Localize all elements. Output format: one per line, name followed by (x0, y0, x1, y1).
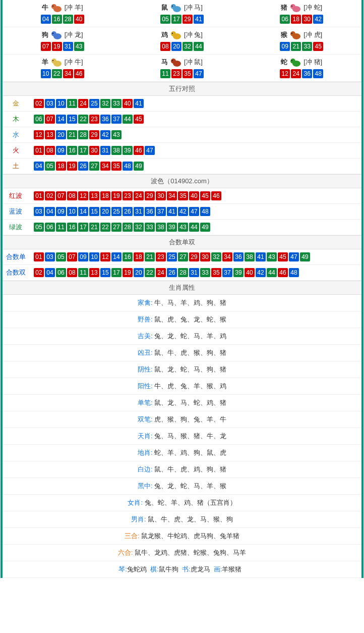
number-ball: 07 (41, 42, 51, 51)
number-ball: 26 (123, 207, 133, 216)
svg-point-22 (171, 59, 176, 64)
number-ball: 49 (300, 252, 310, 261)
number-ball: 21 (89, 223, 99, 232)
zodiac-name: 猪 (281, 3, 287, 12)
zodiac-icon (169, 57, 183, 68)
attrs-list: 家禽: 牛、马、羊、鸡、狗、猪野兽: 鼠、虎、兔、龙、蛇、猴吉美: 兔、龙、蛇、… (3, 295, 361, 578)
zodiac-icon (49, 2, 64, 13)
table-row: 绿波05061116172122272832333839434449 (3, 220, 361, 235)
number-ball: 41 (167, 207, 177, 216)
number-ball: 17 (78, 146, 88, 155)
attr-value: 鼠、牛、虎、龙、马、猴、狗 (148, 515, 233, 523)
attr-label: 女肖: (128, 499, 144, 506)
zodiac-name: 马 (161, 58, 168, 67)
row-numbers: 0108091617303138394647 (32, 146, 358, 155)
number-ball: 35 (211, 268, 221, 277)
number-ball: 02 (45, 191, 55, 200)
number-ball: 09 (56, 146, 66, 155)
number-ball: 15 (100, 268, 110, 277)
zodiac-title: 狗[冲 龙] (3, 29, 122, 40)
attr-label: 白边: (138, 465, 154, 473)
number-ball: 20 (134, 268, 144, 277)
table-row: 水1213202128294243 (3, 127, 361, 143)
zodiac-icon (169, 2, 183, 13)
number-ball: 44 (267, 268, 277, 277)
number-ball: 03 (34, 207, 44, 216)
number-ball: 09 (280, 42, 290, 51)
number-ball: 40 (245, 268, 255, 277)
number-ball: 30 (302, 15, 312, 24)
zodiac-grid: 牛[冲 羊]04162840鼠[冲 马]05172941猪[冲 蛇]061830… (3, 0, 361, 82)
attr-footer-value: 虎龙马 (191, 565, 210, 573)
number-ball: 33 (302, 42, 312, 51)
zodiac-name: 羊 (42, 58, 48, 67)
attr-footer-label: 棋: (150, 565, 159, 573)
number-ball: 42 (256, 268, 266, 277)
number-ball: 49 (200, 223, 210, 232)
zodiac-numbers: 08203244 (122, 42, 241, 51)
row-numbers: 05061116172122272832333839434449 (32, 223, 358, 232)
number-ball: 17 (111, 268, 122, 277)
number-ball: 23 (89, 115, 99, 124)
svg-point-16 (290, 31, 295, 36)
zodiac-cell: 蛇[冲 猪]12243648 (242, 55, 361, 82)
attr-row: 天肖: 兔、马、猴、猪、牛、龙 (3, 428, 361, 445)
number-ball: 39 (123, 146, 133, 155)
attr-footer-value: 兔蛇鸡 (127, 565, 147, 573)
table-row: 蓝波03040910141520252631363741424748 (3, 204, 361, 220)
number-ball: 31 (189, 268, 199, 277)
zodiac-icon (169, 29, 183, 40)
number-ball: 48 (313, 69, 323, 78)
number-ball: 44 (123, 115, 133, 124)
number-ball: 03 (45, 99, 55, 108)
row-label: 红波 (3, 188, 29, 204)
number-ball: 45 (200, 191, 210, 200)
svg-point-20 (52, 60, 53, 61)
number-ball: 41 (256, 252, 266, 261)
number-ball: 08 (67, 191, 77, 200)
number-ball: 45 (278, 252, 288, 261)
number-ball: 21 (291, 42, 301, 51)
attr-value: 牛、马、羊、鸡、狗、猪 (154, 299, 226, 306)
number-ball: 14 (111, 252, 122, 261)
number-ball: 11 (67, 99, 77, 108)
attr-label: 三合: (125, 532, 141, 540)
number-ball: 49 (134, 162, 144, 171)
row-numbers: 06071415222336374445 (32, 115, 358, 124)
zodiac-numbers: 10223446 (3, 69, 122, 78)
attr-value: 鼠、龙、蛇、马、狗、猪 (154, 365, 226, 373)
number-ball: 39 (167, 223, 177, 232)
number-ball: 07 (56, 191, 66, 200)
zodiac-cell: 狗[冲 龙]07193143 (3, 27, 122, 55)
number-ball: 16 (67, 146, 77, 155)
row-label: 蓝波 (3, 204, 29, 220)
number-ball: 29 (145, 191, 155, 200)
number-ball: 44 (189, 223, 199, 232)
number-ball: 10 (67, 207, 77, 216)
number-ball: 02 (34, 99, 44, 108)
number-ball: 28 (63, 15, 73, 24)
number-ball: 24 (291, 69, 301, 78)
row-numbers: 1213202128294243 (32, 130, 358, 139)
svg-point-25 (290, 59, 295, 64)
number-ball: 46 (211, 191, 221, 200)
number-ball: 43 (111, 130, 122, 139)
attr-value: 兔、蛇、羊、鸡、猪（五宫肖） (145, 499, 236, 506)
attr-label: 单笔: (138, 399, 154, 406)
number-ball: 08 (45, 146, 55, 155)
zodiac-numbers: 12243648 (242, 69, 361, 78)
number-ball: 33 (145, 223, 155, 232)
number-ball: 29 (89, 130, 99, 139)
svg-point-26 (291, 60, 292, 61)
number-ball: 27 (89, 162, 99, 171)
zodiac-title: 牛[冲 羊] (3, 2, 122, 13)
attr-row: 家禽: 牛、马、羊、鸡、狗、猪 (3, 295, 361, 311)
number-ball: 11 (78, 268, 88, 277)
svg-point-14 (172, 33, 173, 34)
number-ball: 22 (52, 69, 62, 78)
number-ball: 05 (34, 223, 44, 232)
number-ball: 12 (78, 191, 88, 200)
attr-row: 野兽: 鼠、虎、兔、龙、蛇、猴 (3, 311, 361, 328)
svg-point-19 (51, 59, 56, 64)
zodiac-name: 蛇 (281, 58, 287, 67)
